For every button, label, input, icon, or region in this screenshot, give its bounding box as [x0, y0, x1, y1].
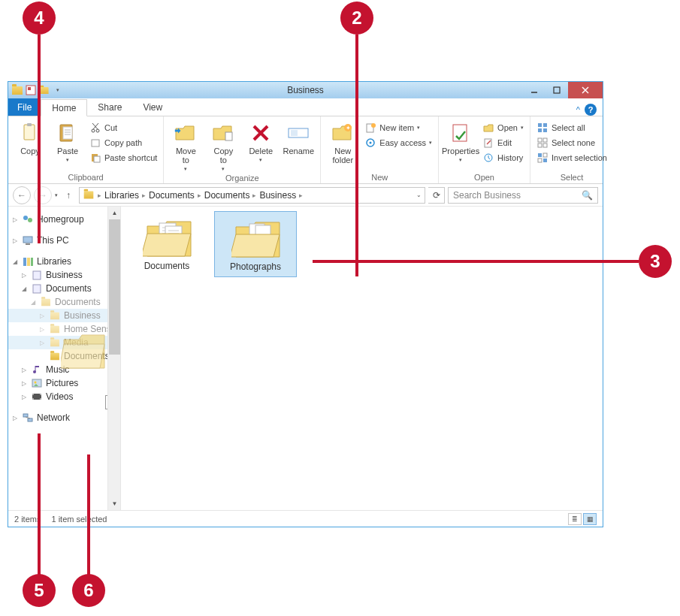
callout-line-6 [87, 454, 90, 575]
new-item-button[interactable]: New item▾ [363, 121, 434, 134]
tree-home-sense[interactable]: ▷Home Sense [8, 322, 120, 336]
group-label-new: New [325, 171, 434, 183]
svg-rect-65 [28, 418, 32, 421]
tree-documents-sub[interactable]: ◢Documents [8, 295, 120, 309]
copy-path-button[interactable]: Copy path [88, 136, 159, 149]
tree-music[interactable]: ▷Music [8, 363, 120, 376]
tree-network[interactable]: ▷Network [8, 411, 120, 424]
history-button[interactable]: History [481, 151, 525, 165]
cut-button[interactable]: Cut [88, 121, 159, 134]
item-documents[interactable]: Documents [125, 211, 208, 276]
tree-pictures[interactable]: ▷Pictures [8, 376, 120, 390]
svg-rect-60 [32, 394, 34, 395]
scroll-down-icon[interactable]: ▼ [108, 497, 121, 510]
select-all-button[interactable]: Select all [535, 121, 609, 134]
explorer-window: ▾ Business File Home Share View ^ ? Copy [8, 81, 603, 527]
svg-rect-9 [63, 127, 72, 139]
tree-homegroup[interactable]: ▷Homegroup [8, 213, 120, 226]
tree-libraries[interactable]: ◢Libraries [8, 255, 120, 268]
svg-rect-49 [23, 237, 32, 243]
svg-rect-19 [94, 156, 100, 162]
address-dropdown-icon[interactable]: ⌄ [416, 192, 422, 198]
open-button[interactable]: Open▾ [481, 121, 525, 134]
svg-rect-63 [40, 398, 41, 400]
search-box[interactable]: Search Business 🔍 [448, 187, 598, 204]
svg-rect-42 [543, 143, 547, 147]
paste-button[interactable]: Paste ▾ [50, 119, 85, 163]
svg-point-47 [23, 216, 28, 220]
this-pc-icon [22, 234, 34, 246]
libraries-icon [22, 255, 34, 267]
svg-rect-1 [28, 87, 31, 90]
nav-scrollbar[interactable]: ▲ ▼ [107, 207, 120, 510]
qat-dropdown-icon[interactable]: ▾ [52, 84, 64, 96]
svg-rect-37 [538, 128, 542, 132]
copy-to-icon [211, 121, 235, 145]
invert-selection-button[interactable]: Invert selection [535, 151, 609, 165]
quick-access-toolbar: ▾ [8, 84, 64, 96]
delete-button[interactable]: Delete▾ [243, 119, 278, 163]
music-icon [31, 364, 43, 376]
close-button[interactable] [568, 82, 603, 98]
crumb-documents[interactable]: Documents▸ [149, 190, 203, 201]
tab-file[interactable]: File [8, 98, 41, 116]
up-button[interactable]: ↑ [61, 190, 76, 201]
tab-share[interactable]: Share [87, 98, 132, 116]
crumb-libraries[interactable]: Libraries▸ [104, 190, 147, 201]
large-icons-view-button[interactable]: ▦ [583, 513, 597, 525]
qat-properties-icon[interactable] [25, 84, 37, 96]
tree-documents-leaf[interactable]: Documents [8, 349, 120, 363]
svg-point-48 [28, 218, 32, 222]
scroll-thumb[interactable] [109, 219, 120, 355]
tree-this-pc[interactable]: ▷This PC [8, 234, 120, 247]
easy-access-button[interactable]: Easy access▾ [363, 136, 434, 149]
svg-rect-40 [543, 138, 547, 142]
tab-home[interactable]: Home [41, 99, 87, 116]
svg-rect-17 [92, 140, 99, 146]
tree-business-lib[interactable]: ▷Business [8, 268, 120, 282]
minimize-button[interactable] [523, 82, 546, 98]
rename-button[interactable]: Rename [281, 119, 316, 156]
item-photographs[interactable]: Photographs [214, 211, 297, 277]
callout-line-2 [355, 35, 358, 276]
svg-rect-43 [538, 153, 542, 157]
copy-to-button[interactable]: Copy to▾ [206, 119, 240, 172]
videos-icon [31, 391, 43, 403]
ribbon-group-clipboard: Copy Paste ▾ Cut Copy path Paste shortcu… [8, 116, 164, 183]
properties-button[interactable]: Properties▾ [443, 119, 478, 163]
homegroup-icon [22, 213, 34, 225]
paste-shortcut-button[interactable]: Paste shortcut [88, 151, 159, 165]
ribbon-group-open: Properties▾ Open▾ Edit History Open [439, 116, 530, 183]
recent-locations-dropdown[interactable]: ▾ [55, 192, 58, 198]
maximize-button[interactable] [546, 82, 568, 98]
back-button[interactable]: ← [13, 186, 31, 204]
details-view-button[interactable]: ≣ [568, 513, 582, 525]
svg-line-16 [92, 123, 98, 129]
move-to-icon [174, 121, 198, 145]
crumb-documents-2[interactable]: Documents▸ [204, 190, 258, 201]
tree-videos[interactable]: ▷Videos [8, 390, 120, 403]
tree-media[interactable]: ▷Media [8, 336, 120, 349]
svg-rect-51 [23, 258, 26, 266]
crumb-business[interactable]: Business▸ [259, 190, 304, 201]
move-to-button[interactable]: Move to▾ [168, 119, 203, 172]
ribbon-collapse-icon[interactable]: ^ [576, 105, 580, 114]
callout-line-5 [38, 433, 41, 575]
properties-icon [449, 121, 473, 145]
tree-documents-lib[interactable]: ◢Documents [8, 282, 120, 295]
app-folder-icon [11, 84, 23, 96]
folder-icon [49, 323, 61, 335]
refresh-button[interactable]: ⟳ [428, 187, 445, 204]
help-icon[interactable]: ? [585, 104, 597, 116]
forward-button[interactable]: → [34, 186, 52, 204]
content-area[interactable]: Documents Photographs [121, 207, 603, 510]
copy-button[interactable]: Copy [13, 119, 47, 156]
scroll-up-icon[interactable]: ▲ [108, 207, 121, 219]
select-none-button[interactable]: Select none [535, 136, 609, 149]
tab-view[interactable]: View [132, 98, 173, 116]
svg-rect-64 [23, 414, 28, 417]
tree-business-sub[interactable]: ▷Business [8, 309, 120, 322]
edit-button[interactable]: Edit [481, 136, 525, 149]
group-label-select: Select [535, 171, 609, 183]
address-bar[interactable]: ▸ Libraries▸ Documents▸ Documents▸ Busin… [79, 187, 425, 204]
